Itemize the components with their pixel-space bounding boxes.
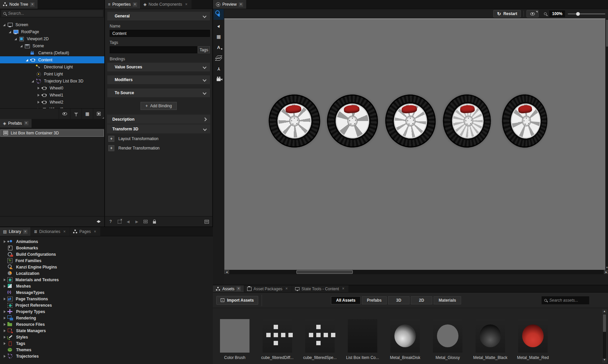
filter-button[interactable] xyxy=(70,109,81,119)
expand-plus-icon[interactable]: + xyxy=(108,136,114,142)
help-button[interactable]: ? xyxy=(107,218,114,225)
section-value-sources[interactable]: Value Sources xyxy=(107,63,210,71)
camera-tool-button[interactable] xyxy=(214,75,224,84)
interact-tool-button[interactable]: ► xyxy=(214,9,224,20)
filter-materials[interactable]: Materials xyxy=(434,296,461,304)
filter-2d[interactable]: 2D xyxy=(411,296,432,304)
expander-icon[interactable] xyxy=(3,329,6,332)
asset-item-metal-glossy[interactable]: Metal_Glossy xyxy=(433,319,462,360)
section-transform-3d[interactable]: Transform 3D xyxy=(107,124,210,133)
close-icon[interactable]: × xyxy=(62,230,67,234)
expander-icon[interactable] xyxy=(3,279,6,281)
tree-item-scene[interactable]: Scene xyxy=(0,42,104,49)
library-item-meshes[interactable]: Meshes xyxy=(0,283,213,289)
asset-item-metal-matte-red[interactable]: Metal_Matte_Red xyxy=(518,319,548,360)
next-button[interactable]: ▶ xyxy=(133,218,141,225)
tree-item-screen[interactable]: Screen xyxy=(0,21,104,28)
scroll-down-arrow[interactable]: ▼ xyxy=(603,358,606,362)
create-prefab-button[interactable] xyxy=(93,217,104,227)
split-tool-button[interactable]: Y xyxy=(214,64,224,73)
section-to-source[interactable]: To Source xyxy=(107,88,210,97)
previous-button[interactable]: ◀ xyxy=(124,218,132,225)
expander-icon[interactable] xyxy=(3,285,6,288)
library-item-materials-and-textures[interactable]: Materials and Textures xyxy=(0,277,213,283)
expander-icon[interactable] xyxy=(3,298,6,300)
expander-icon[interactable] xyxy=(3,355,6,358)
expander-icon[interactable] xyxy=(3,323,6,326)
assets-search-input[interactable]: Search assets... xyxy=(542,296,589,304)
expander-icon[interactable] xyxy=(25,59,28,61)
close-icon[interactable]: × xyxy=(239,2,243,7)
tree-item-camera[interactable]: Camera (Default) xyxy=(0,49,104,56)
scroll-right-arrow[interactable]: ▶ xyxy=(604,270,608,274)
import-assets-button[interactable]: Import Assets xyxy=(216,296,258,305)
expander-icon[interactable] xyxy=(8,31,11,33)
tab-prefabs[interactable]: ◈ Prefabs × xyxy=(0,119,32,128)
scrollbar-thumb[interactable] xyxy=(296,270,353,274)
tab-library[interactable]: ▤ Library × xyxy=(0,227,31,236)
tab-node-components[interactable]: ◈ Node Components × xyxy=(141,0,191,9)
library-item-kanzi-engine-plugins[interactable]: Kanzi Engine Plugins xyxy=(0,264,213,270)
deselect-button[interactable] xyxy=(116,218,123,225)
library-item-build-configurations[interactable]: Build Configurations xyxy=(0,251,213,257)
tab-node-tree[interactable]: Node Tree × xyxy=(0,0,38,9)
tree-item-point-light[interactable]: Point Light xyxy=(0,70,104,77)
wheel-3d-1[interactable] xyxy=(325,93,380,149)
wheel-3d-0[interactable] xyxy=(267,93,322,150)
library-item-animations[interactable]: Animations xyxy=(0,238,213,245)
close-icon[interactable]: × xyxy=(236,287,241,291)
close-icon[interactable]: × xyxy=(93,230,97,234)
render-transformation-row[interactable]: + Render Transformation xyxy=(105,144,212,152)
close-icon[interactable]: × xyxy=(24,121,29,125)
scrollbar-track[interactable] xyxy=(229,270,604,274)
close-icon[interactable]: × xyxy=(133,2,137,7)
add-binding-button[interactable]: + Add Binding xyxy=(141,102,177,110)
library-item-localization[interactable]: Localization xyxy=(0,270,213,277)
expand-plus-icon[interactable]: + xyxy=(108,145,114,151)
scrollbar-thumb[interactable] xyxy=(606,20,608,47)
expander-icon[interactable] xyxy=(20,45,22,47)
tree-item-rootpage[interactable]: RootPage xyxy=(0,28,104,35)
name-field[interactable]: Content xyxy=(110,30,210,37)
library-item-themes[interactable]: Themes xyxy=(0,347,213,353)
asset-item-metal-breakdisk[interactable]: Metal_BreakDisk xyxy=(390,319,420,360)
expander-icon[interactable] xyxy=(14,38,17,40)
expander-icon[interactable] xyxy=(37,108,40,108)
tags-field[interactable] xyxy=(110,46,197,53)
preview-viewport[interactable] xyxy=(224,18,605,270)
isolate-selection-button[interactable] xyxy=(93,109,104,119)
library-item-styles[interactable]: Styles xyxy=(0,334,213,340)
wheel-3d-3[interactable] xyxy=(441,94,493,151)
wheel-3d-4[interactable] xyxy=(499,94,550,153)
expander-icon[interactable] xyxy=(31,80,34,82)
tree-item-directional-light[interactable]: Directional Light xyxy=(0,63,104,70)
library-item-state-managers[interactable]: State Managers xyxy=(0,327,213,334)
toggle-visibility-button[interactable] xyxy=(59,109,70,119)
tree-item-trajectory-list-box[interactable]: Trajectory List Box 3D xyxy=(0,77,104,84)
expander-icon[interactable] xyxy=(3,23,5,26)
lock-button[interactable] xyxy=(151,218,158,225)
tab-preview[interactable]: Preview × xyxy=(213,0,246,9)
scroll-down-arrow[interactable]: ▼ xyxy=(606,266,608,269)
wheel-3d-2[interactable] xyxy=(383,92,438,150)
asset-item-metal-matte-black[interactable]: Metal_Matte_Black xyxy=(476,319,505,360)
library-item-tags[interactable]: Tags xyxy=(0,340,213,347)
library-item-property-types[interactable]: Property Types xyxy=(0,308,213,315)
prefab-item-list-box-item-container[interactable]: List Box Item Container 3D xyxy=(0,129,104,137)
preview-vertical-scrollbar[interactable]: ▼ xyxy=(605,18,608,270)
tree-item-viewport-2d[interactable]: Viewport 2D xyxy=(0,35,104,42)
preview-horizontal-scrollbar[interactable]: ◀ ▶ xyxy=(224,270,608,274)
layers-tool-button[interactable] xyxy=(214,53,224,63)
zoom-slider-thumb[interactable] xyxy=(576,12,580,16)
open-form-editor-button[interactable] xyxy=(203,218,210,225)
tab-pages[interactable]: Pages × xyxy=(70,227,100,236)
grid-tool-button[interactable]: ▦ xyxy=(214,32,224,41)
filter-prefabs[interactable]: Prefabs xyxy=(362,296,387,304)
tree-item-content[interactable]: Content xyxy=(0,56,104,63)
asset-item-cube-filtered-diff[interactable]: cube_filteredDiff... xyxy=(263,319,292,360)
filter-all-assets[interactable]: All Assets xyxy=(331,296,361,304)
assets-vertical-scrollbar[interactable]: ▲ ▼ xyxy=(602,309,607,363)
tree-item-wheel1[interactable]: Wheel1 xyxy=(0,92,104,99)
section-general[interactable]: General xyxy=(107,12,210,20)
section-description[interactable]: Description xyxy=(107,115,210,124)
